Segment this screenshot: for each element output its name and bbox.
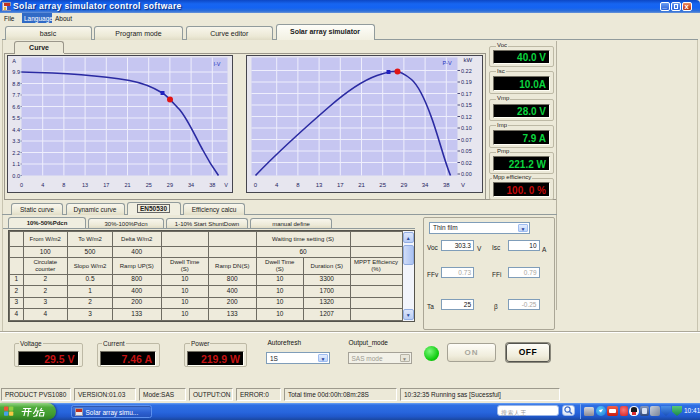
- svg-text:0.0: 0.0: [12, 173, 20, 179]
- svg-text:0.19: 0.19: [461, 79, 472, 85]
- svg-text:0: 0: [254, 182, 258, 188]
- svg-text:V: V: [461, 182, 465, 188]
- svg-text:21: 21: [358, 182, 365, 188]
- svg-text:29: 29: [167, 182, 173, 188]
- svg-text:38: 38: [443, 182, 450, 188]
- svg-text:3.3: 3.3: [12, 138, 20, 144]
- svg-text:0.02: 0.02: [461, 160, 472, 166]
- svg-text:0.15: 0.15: [461, 102, 472, 108]
- svg-text:P-V: P-V: [442, 60, 452, 66]
- svg-text:13: 13: [82, 182, 88, 188]
- svg-text:0.10: 0.10: [461, 125, 472, 131]
- svg-text:29: 29: [401, 182, 408, 188]
- svg-text:25: 25: [146, 182, 152, 188]
- svg-text:0.05: 0.05: [461, 148, 472, 154]
- svg-text:8: 8: [62, 182, 65, 188]
- svg-text:A: A: [12, 58, 16, 64]
- svg-text:4.4: 4.4: [12, 127, 20, 133]
- svg-text:I-V: I-V: [213, 61, 220, 67]
- svg-text:38: 38: [209, 182, 215, 188]
- svg-text:2.2: 2.2: [12, 150, 20, 156]
- svg-text:4: 4: [275, 182, 279, 188]
- svg-text:17: 17: [337, 182, 344, 188]
- svg-text:34: 34: [188, 182, 194, 188]
- svg-text:34: 34: [422, 182, 429, 188]
- svg-text:6.6: 6.6: [12, 104, 20, 110]
- svg-text:V: V: [224, 182, 228, 188]
- svg-text:0.17: 0.17: [461, 91, 472, 97]
- svg-text:5.5: 5.5: [12, 115, 20, 121]
- svg-text:17: 17: [103, 182, 109, 188]
- svg-text:7.7: 7.7: [12, 92, 20, 98]
- svg-text:0: 0: [20, 182, 23, 188]
- svg-text:13: 13: [316, 182, 323, 188]
- svg-text:0.12: 0.12: [461, 114, 472, 120]
- svg-text:kW: kW: [464, 57, 473, 63]
- svg-text:25: 25: [379, 182, 386, 188]
- svg-text:0.07: 0.07: [461, 137, 472, 143]
- svg-text:1.1: 1.1: [12, 161, 20, 167]
- svg-text:8: 8: [296, 182, 300, 188]
- svg-text:0.22: 0.22: [461, 68, 472, 74]
- svg-text:0.00: 0.00: [461, 171, 472, 177]
- svg-text:21: 21: [124, 182, 130, 188]
- svg-text:9.9: 9.9: [12, 69, 20, 75]
- svg-text:4: 4: [41, 182, 44, 188]
- svg-text:8.8: 8.8: [12, 81, 20, 87]
